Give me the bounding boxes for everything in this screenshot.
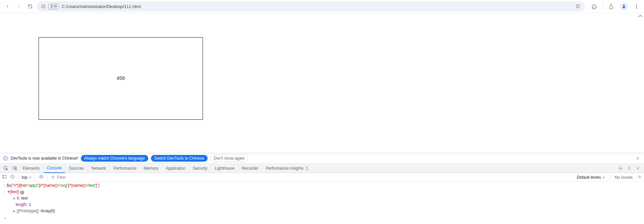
nav-reload-button[interactable]: [25, 2, 35, 11]
separator: [603, 3, 603, 9]
inspect-icon: [3, 166, 9, 171]
console-body: › $x("//*[@id='app2']//*[name()='svg']/*…: [0, 182, 644, 224]
gear-icon: [618, 166, 623, 171]
scrollbar-up-button[interactable]: [638, 14, 643, 18]
svg-point-12: [620, 168, 621, 169]
svg-point-20: [41, 176, 42, 177]
gear-icon: [637, 174, 642, 179]
tab-sources[interactable]: Sources: [66, 164, 87, 173]
address-bar[interactable]: 文件 C:/Users/Administrator/Desktop/111.ht…: [37, 1, 585, 11]
filter-icon: [51, 175, 55, 179]
extensions-button[interactable]: [590, 2, 599, 11]
flask-icon: [305, 166, 309, 170]
prompt-icon: ›: [3, 216, 7, 221]
console-result-length[interactable]: length: 1: [0, 202, 644, 208]
console-settings-button[interactable]: [637, 174, 642, 180]
toolbar-right: [587, 2, 641, 11]
devtools-tabbar: Elements Console Sources Network Perform…: [0, 164, 644, 173]
chevron-up-icon: [638, 14, 643, 18]
puzzle-icon: [592, 3, 598, 9]
infobar-close-button[interactable]: [634, 155, 641, 162]
clear-icon: [10, 174, 15, 179]
svg-rect-16: [3, 175, 6, 178]
url-text: C:/Users/Administrator/Desktop/111.html: [62, 4, 141, 9]
tab-perf-insights[interactable]: Performance insights: [262, 164, 312, 173]
tab-memory[interactable]: Memory: [141, 164, 162, 173]
flask-icon: [608, 3, 614, 9]
result-header: ▼[text]i: [7, 189, 24, 195]
info-badge-icon[interactable]: i: [20, 190, 24, 194]
infobar-always-button[interactable]: Always match Chrome's language: [81, 155, 148, 162]
device-toggle-button[interactable]: [11, 166, 19, 171]
close-icon: [636, 156, 640, 160]
svg-point-5: [636, 7, 637, 8]
tab-application[interactable]: Application: [162, 164, 189, 173]
labs-button[interactable]: [606, 2, 616, 11]
issues-label[interactable]: No Issues: [615, 175, 633, 180]
tab-recorder[interactable]: Recorder: [238, 164, 262, 173]
log-levels-label: Default levels: [577, 175, 601, 180]
tab-perf-insights-label: Performance insights: [266, 166, 304, 171]
console-result-item-0[interactable]: ▸0: text: [0, 195, 644, 202]
svg-rect-1: [43, 6, 43, 7]
console-sidebar-toggle[interactable]: [2, 174, 7, 180]
info-icon: [3, 156, 8, 161]
browser-toolbar: 文件 C:/Users/Administrator/Desktop/111.ht…: [0, 0, 644, 13]
infobar-dont-button[interactable]: Don't show again: [210, 155, 249, 162]
info-icon: [41, 4, 46, 9]
profile-button[interactable]: [619, 2, 629, 11]
chevron-down-icon: [29, 176, 32, 179]
log-levels-selector[interactable]: Default levels: [577, 175, 605, 180]
svg-rect-2: [43, 5, 43, 6]
prompt-icon: ›: [2, 183, 7, 188]
context-selector[interactable]: top: [22, 175, 32, 180]
nav-forward-button[interactable]: [14, 2, 23, 11]
star-icon: [575, 3, 581, 9]
inspect-button[interactable]: [2, 166, 10, 171]
svg-point-13: [629, 166, 630, 167]
svg-container: 456: [39, 37, 203, 120]
svg-line-19: [11, 176, 14, 178]
svg-point-14: [629, 168, 630, 168]
console-command-row[interactable]: › $x("//*[@id='app2']//*[name()='svg']/*…: [0, 182, 644, 189]
devices-icon: [12, 166, 17, 171]
context-label: top: [22, 175, 28, 180]
console-result-header[interactable]: ‹ ▼[text]i: [0, 189, 644, 195]
person-icon: [621, 4, 627, 9]
console-toolbar: top Filter Default levels No Issues: [0, 173, 644, 182]
devtools-settings-button[interactable]: [616, 166, 625, 171]
devtools-panel: DevTools is now available in Chinese! Al…: [0, 153, 644, 224]
tab-performance[interactable]: Performance: [110, 164, 140, 173]
svg-point-21: [639, 176, 640, 177]
avatar: [620, 2, 628, 10]
eye-icon: [39, 174, 44, 179]
tab-network[interactable]: Network: [88, 164, 109, 173]
side-panel-icon: [2, 174, 7, 179]
live-expression-button[interactable]: [39, 174, 44, 180]
chrome-menu-button[interactable]: [632, 2, 641, 11]
console-filter[interactable]: Filter: [51, 175, 66, 180]
infobar-switch-button[interactable]: Switch DevTools to Chinese: [151, 155, 208, 162]
devtools-more-button[interactable]: [625, 166, 633, 171]
svg-rect-7: [5, 158, 5, 159]
bookmark-button[interactable]: [575, 3, 581, 10]
console-result-prototype[interactable]: ▸[[Prototype]]: Array(0): [0, 208, 644, 214]
tab-security[interactable]: Security: [190, 164, 211, 173]
arrow-left-icon: [5, 4, 10, 9]
console-clear-button[interactable]: [10, 174, 15, 180]
console-input-prompt[interactable]: ›: [0, 214, 644, 223]
svg-point-3: [636, 4, 637, 5]
chevron-down-icon: [602, 176, 605, 179]
devtools-close-button[interactable]: [634, 166, 642, 170]
filter-placeholder: Filter: [57, 175, 66, 180]
svg-rect-8: [5, 157, 5, 158]
tab-elements[interactable]: Elements: [19, 164, 43, 173]
arrow-right-icon: [16, 4, 21, 9]
result-icon: ‹: [2, 189, 7, 195]
tab-lighthouse[interactable]: Lighthouse: [211, 164, 238, 173]
page-content: 456: [0, 13, 644, 153]
nav-back-button[interactable]: [3, 2, 12, 11]
kebab-icon: [627, 166, 632, 171]
reload-icon: [28, 4, 33, 9]
tab-console[interactable]: Console: [44, 164, 65, 173]
